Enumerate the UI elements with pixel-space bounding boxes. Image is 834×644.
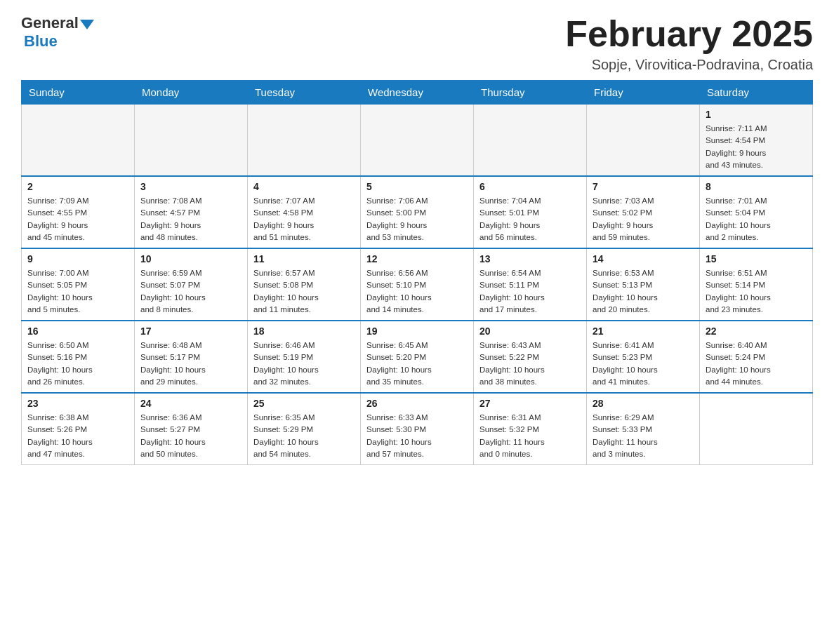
day-number: 13 bbox=[479, 253, 581, 264]
calendar-day-cell: 7Sunrise: 7:03 AM Sunset: 5:02 PM Daylig… bbox=[587, 176, 700, 248]
location-subtitle: Sopje, Virovitica-Podravina, Croatia bbox=[565, 57, 813, 73]
day-sun-info: Sunrise: 6:57 AM Sunset: 5:08 PM Dayligh… bbox=[253, 267, 355, 316]
day-number: 22 bbox=[706, 326, 807, 337]
calendar-day-cell bbox=[135, 105, 248, 177]
day-sun-info: Sunrise: 7:01 AM Sunset: 5:04 PM Dayligh… bbox=[706, 195, 807, 243]
day-number: 26 bbox=[366, 398, 468, 409]
day-number: 2 bbox=[27, 181, 128, 192]
day-sun-info: Sunrise: 7:06 AM Sunset: 5:00 PM Dayligh… bbox=[366, 195, 468, 243]
day-number: 19 bbox=[366, 326, 468, 337]
calendar-day-cell: 15Sunrise: 6:51 AM Sunset: 5:14 PM Dayli… bbox=[700, 248, 813, 321]
day-of-week-header: Friday bbox=[587, 81, 700, 105]
logo-blue-text: Blue bbox=[24, 32, 58, 51]
calendar-day-cell: 16Sunrise: 6:50 AM Sunset: 5:16 PM Dayli… bbox=[22, 321, 135, 393]
day-sun-info: Sunrise: 6:45 AM Sunset: 5:20 PM Dayligh… bbox=[366, 340, 468, 388]
calendar-day-cell: 22Sunrise: 6:40 AM Sunset: 5:24 PM Dayli… bbox=[700, 321, 813, 393]
day-number: 14 bbox=[593, 253, 694, 264]
calendar-week-row: 2Sunrise: 7:09 AM Sunset: 4:55 PM Daylig… bbox=[22, 176, 813, 248]
day-number: 23 bbox=[27, 398, 128, 409]
calendar-table: SundayMondayTuesdayWednesdayThursdayFrid… bbox=[21, 80, 813, 465]
day-sun-info: Sunrise: 6:59 AM Sunset: 5:07 PM Dayligh… bbox=[140, 267, 241, 316]
calendar-day-cell: 24Sunrise: 6:36 AM Sunset: 5:27 PM Dayli… bbox=[135, 393, 248, 465]
day-sun-info: Sunrise: 7:00 AM Sunset: 5:05 PM Dayligh… bbox=[27, 267, 128, 316]
day-of-week-header: Monday bbox=[135, 81, 248, 105]
calendar-day-cell: 12Sunrise: 6:56 AM Sunset: 5:10 PM Dayli… bbox=[361, 248, 474, 321]
calendar-week-row: 23Sunrise: 6:38 AM Sunset: 5:26 PM Dayli… bbox=[22, 393, 813, 465]
calendar-day-cell: 10Sunrise: 6:59 AM Sunset: 5:07 PM Dayli… bbox=[135, 248, 248, 321]
day-number: 1 bbox=[706, 109, 807, 120]
month-title: February 2025 bbox=[565, 14, 813, 54]
calendar-day-cell: 8Sunrise: 7:01 AM Sunset: 5:04 PM Daylig… bbox=[700, 176, 813, 248]
day-sun-info: Sunrise: 6:35 AM Sunset: 5:29 PM Dayligh… bbox=[253, 412, 355, 460]
day-number: 7 bbox=[593, 181, 694, 192]
day-number: 27 bbox=[479, 398, 581, 409]
day-number: 9 bbox=[27, 253, 128, 264]
day-number: 25 bbox=[253, 398, 355, 409]
day-number: 11 bbox=[253, 253, 355, 264]
day-number: 8 bbox=[706, 181, 807, 192]
day-sun-info: Sunrise: 6:43 AM Sunset: 5:22 PM Dayligh… bbox=[479, 340, 581, 388]
day-of-week-header: Thursday bbox=[474, 81, 587, 105]
day-number: 10 bbox=[140, 253, 241, 264]
calendar-day-cell: 6Sunrise: 7:04 AM Sunset: 5:01 PM Daylig… bbox=[474, 176, 587, 248]
logo: General Blue bbox=[21, 14, 94, 51]
calendar-day-cell: 18Sunrise: 6:46 AM Sunset: 5:19 PM Dayli… bbox=[248, 321, 361, 393]
calendar-day-cell: 25Sunrise: 6:35 AM Sunset: 5:29 PM Dayli… bbox=[248, 393, 361, 465]
calendar-day-cell: 19Sunrise: 6:45 AM Sunset: 5:20 PM Dayli… bbox=[361, 321, 474, 393]
day-of-week-header: Tuesday bbox=[248, 81, 361, 105]
day-sun-info: Sunrise: 7:09 AM Sunset: 4:55 PM Dayligh… bbox=[27, 195, 128, 243]
logo-general-text: General bbox=[21, 14, 79, 32]
calendar-day-cell: 2Sunrise: 7:09 AM Sunset: 4:55 PM Daylig… bbox=[22, 176, 135, 248]
day-number: 21 bbox=[593, 326, 694, 337]
day-sun-info: Sunrise: 7:11 AM Sunset: 4:54 PM Dayligh… bbox=[706, 123, 807, 171]
calendar-day-cell: 27Sunrise: 6:31 AM Sunset: 5:32 PM Dayli… bbox=[474, 393, 587, 465]
day-sun-info: Sunrise: 6:50 AM Sunset: 5:16 PM Dayligh… bbox=[27, 340, 128, 388]
day-of-week-header: Saturday bbox=[700, 81, 813, 105]
calendar-day-cell: 11Sunrise: 6:57 AM Sunset: 5:08 PM Dayli… bbox=[248, 248, 361, 321]
day-sun-info: Sunrise: 6:33 AM Sunset: 5:30 PM Dayligh… bbox=[366, 412, 468, 460]
day-number: 20 bbox=[479, 326, 581, 337]
day-of-week-header: Wednesday bbox=[361, 81, 474, 105]
day-sun-info: Sunrise: 7:04 AM Sunset: 5:01 PM Dayligh… bbox=[479, 195, 581, 243]
day-number: 16 bbox=[27, 326, 128, 337]
day-number: 17 bbox=[140, 326, 241, 337]
day-sun-info: Sunrise: 6:56 AM Sunset: 5:10 PM Dayligh… bbox=[366, 267, 468, 316]
day-sun-info: Sunrise: 6:29 AM Sunset: 5:33 PM Dayligh… bbox=[593, 412, 694, 460]
day-number: 3 bbox=[140, 181, 241, 192]
calendar-week-row: 16Sunrise: 6:50 AM Sunset: 5:16 PM Dayli… bbox=[22, 321, 813, 393]
calendar-day-cell bbox=[248, 105, 361, 177]
calendar-day-cell bbox=[700, 393, 813, 465]
calendar-day-cell: 26Sunrise: 6:33 AM Sunset: 5:30 PM Dayli… bbox=[361, 393, 474, 465]
calendar-day-cell: 20Sunrise: 6:43 AM Sunset: 5:22 PM Dayli… bbox=[474, 321, 587, 393]
calendar-day-cell bbox=[587, 105, 700, 177]
day-number: 18 bbox=[253, 326, 355, 337]
day-number: 4 bbox=[253, 181, 355, 192]
day-sun-info: Sunrise: 6:46 AM Sunset: 5:19 PM Dayligh… bbox=[253, 340, 355, 388]
calendar-header-row: SundayMondayTuesdayWednesdayThursdayFrid… bbox=[22, 81, 813, 105]
day-number: 24 bbox=[140, 398, 241, 409]
calendar-week-row: 9Sunrise: 7:00 AM Sunset: 5:05 PM Daylig… bbox=[22, 248, 813, 321]
day-sun-info: Sunrise: 6:41 AM Sunset: 5:23 PM Dayligh… bbox=[593, 340, 694, 388]
day-number: 28 bbox=[593, 398, 694, 409]
day-sun-info: Sunrise: 6:51 AM Sunset: 5:14 PM Dayligh… bbox=[706, 267, 807, 316]
calendar-day-cell: 14Sunrise: 6:53 AM Sunset: 5:13 PM Dayli… bbox=[587, 248, 700, 321]
calendar-day-cell: 17Sunrise: 6:48 AM Sunset: 5:17 PM Dayli… bbox=[135, 321, 248, 393]
calendar-day-cell bbox=[474, 105, 587, 177]
day-of-week-header: Sunday bbox=[22, 81, 135, 105]
day-number: 15 bbox=[706, 253, 807, 264]
calendar-day-cell bbox=[22, 105, 135, 177]
calendar-day-cell: 23Sunrise: 6:38 AM Sunset: 5:26 PM Dayli… bbox=[22, 393, 135, 465]
day-sun-info: Sunrise: 6:53 AM Sunset: 5:13 PM Dayligh… bbox=[593, 267, 694, 316]
day-sun-info: Sunrise: 6:48 AM Sunset: 5:17 PM Dayligh… bbox=[140, 340, 241, 388]
day-number: 12 bbox=[366, 253, 468, 264]
calendar-day-cell: 5Sunrise: 7:06 AM Sunset: 5:00 PM Daylig… bbox=[361, 176, 474, 248]
day-sun-info: Sunrise: 6:38 AM Sunset: 5:26 PM Dayligh… bbox=[27, 412, 128, 460]
day-sun-info: Sunrise: 6:54 AM Sunset: 5:11 PM Dayligh… bbox=[479, 267, 581, 316]
day-number: 5 bbox=[366, 181, 468, 192]
day-sun-info: Sunrise: 6:36 AM Sunset: 5:27 PM Dayligh… bbox=[140, 412, 241, 460]
calendar-week-row: 1Sunrise: 7:11 AM Sunset: 4:54 PM Daylig… bbox=[22, 105, 813, 177]
page-header: General Blue February 2025 Sopje, Virovi… bbox=[21, 14, 813, 73]
day-sun-info: Sunrise: 6:31 AM Sunset: 5:32 PM Dayligh… bbox=[479, 412, 581, 460]
calendar-day-cell: 21Sunrise: 6:41 AM Sunset: 5:23 PM Dayli… bbox=[587, 321, 700, 393]
title-section: February 2025 Sopje, Virovitica-Podravin… bbox=[565, 14, 813, 73]
